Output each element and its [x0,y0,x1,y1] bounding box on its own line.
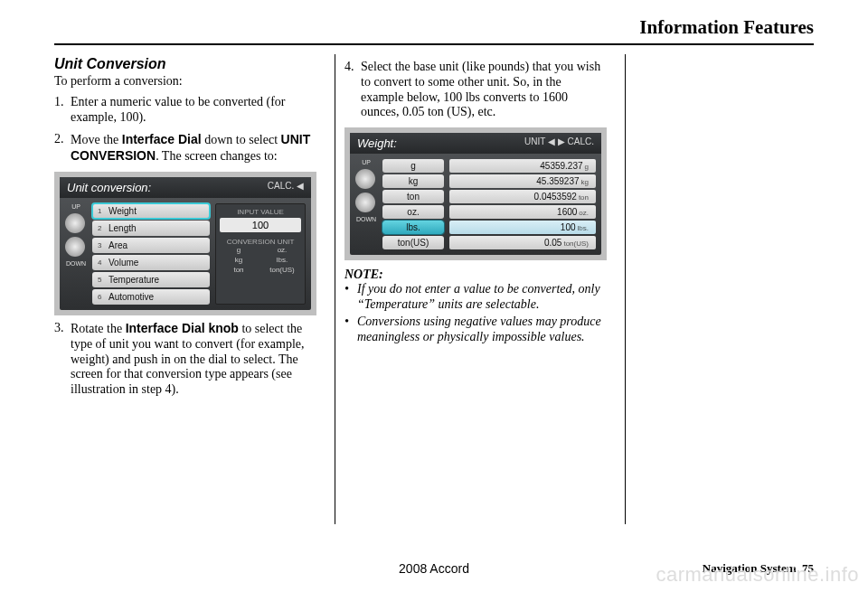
screen-titlebar: Weight: UNIT ◀ ▶ CALC. [350,133,601,154]
menu-label: Automotive [108,292,154,302]
note-list: •If you do not enter a value to be conve… [344,282,607,344]
menu-label: Area [108,240,127,250]
menu-idx: 1 [98,207,105,215]
dial-control: UP DOWN [65,203,87,305]
step-text: Rotate the Interface Dial knob to select… [71,321,316,398]
step-text: Select the base unit (like pounds) that … [361,60,607,120]
dial-down-label: DOWN [355,216,377,222]
unit-ton: ton [382,190,444,203]
menu-idx: 2 [98,224,105,232]
screen-tab-unit-calc: UNIT ◀ ▶ CALC. [524,136,594,150]
dial-control: UP DOWN [355,159,377,249]
dial-down-label: DOWN [65,260,87,267]
screen-title: Unit conversion: [67,181,151,194]
section-subhead: Unit Conversion [54,56,316,72]
result-oz: 1600oz. [449,205,596,219]
note-text: Conversions using negative values may pr… [357,315,607,345]
footer-page: Navigation System 75 [703,561,814,576]
menu-idx: 3 [98,241,105,249]
step-fragment: down to select [202,133,281,146]
result-val: 45.359237 [536,176,579,186]
step-number: 3. [54,321,71,398]
result-unit: g [585,163,589,171]
screenshot-unit-conversion: Unit conversion: CALC. ◀ UP DOWN 1Weight [54,172,316,315]
page-footer: 2008 Accord Navigation System 75 [54,561,814,576]
dial-up-icon [65,213,85,233]
menu-label: Length [108,223,137,233]
step-bold: Interface Dial knob [126,321,239,335]
input-panel: INPUT VALUE 100 CONVERSION UNIT g oz. kg… [215,203,306,305]
result-lbs: 100lbs. [449,221,596,234]
footer-page-number: 75 [802,561,814,575]
result-unit: kg [581,178,589,186]
content-columns: Unit Conversion To perform a conversion:… [54,54,624,533]
menu-idx: 4 [98,258,105,267]
menu-label: Temperature [108,275,159,285]
conv-unit: ton [220,266,258,274]
bullet-icon: • [344,315,357,345]
result-val: 0.0453592 [534,192,577,202]
menu-item-volume: 4Volume [92,255,210,270]
step-number: 1. [54,95,71,126]
unit-kg: kg [382,174,444,188]
column-middle: 4. Select the base unit (like pounds) th… [344,54,616,533]
conv-unit: lbs. [263,256,301,264]
menu-item-length: 2Length [92,221,210,236]
dial-down-icon [355,193,375,212]
result-val: 1600 [557,207,577,217]
step-3: 3. Rotate the Interface Dial knob to sel… [54,321,316,398]
result-g: 45359.237g [449,159,596,173]
step-2: 2. Move the Interface Dial down to selec… [54,132,316,164]
unit-ton-us: ton(US) [382,236,444,249]
column-separator [625,54,626,524]
step-fragment: . The screen changes to: [156,149,278,163]
column-separator [335,54,335,524]
step-list-left: 1. Enter a numeric value to be converted… [54,95,316,164]
menu-idx: 6 [98,293,105,301]
menu-item-weight: 1Weight [92,203,210,219]
step-4: 4. Select the base unit (like pounds) th… [344,60,607,120]
dial-up-label: UP [65,203,87,210]
step-bold: Interface Dial [122,132,202,146]
unit-type-menu: 1Weight 2Length 3Area 4Volume 5Temperatu… [92,203,210,305]
unit-select-list: g kg ton oz. lbs. ton(US) [382,159,444,249]
dial-up-label: UP [355,159,377,165]
column-left: Unit Conversion To perform a conversion:… [54,54,326,533]
step-1: 1. Enter a numeric value to be converted… [54,95,316,126]
page-title: Information Features [639,16,814,39]
result-unit: ton(US) [563,240,589,248]
note-heading: NOTE: [344,268,607,282]
result-ton: 0.0453592ton [449,190,596,203]
unit-oz: oz. [382,205,444,219]
bullet-icon: • [344,282,357,313]
screen-title: Weight: [357,136,397,150]
note-item: •If you do not enter a value to be conve… [344,282,607,313]
footer-model: 2008 Accord [399,561,469,576]
manual-page: Information Features Unit Conversion To … [0,0,868,592]
note-text: If you do not enter a value to be conver… [357,282,607,313]
note-item: •Conversions using negative values may p… [344,315,607,345]
result-unit: ton [579,193,589,202]
conv-unit-grid: g oz. kg lbs. ton ton(US) [220,246,301,274]
screenshot-weight: Weight: UNIT ◀ ▶ CALC. UP DOWN g k [344,127,607,260]
step-fragment: Move the [71,133,122,146]
header-rule [54,43,814,45]
conv-unit: ton(US) [263,266,301,274]
input-value-label: INPUT VALUE [220,208,301,216]
result-kg: 45.359237kg [449,174,596,188]
dial-up-icon [355,169,375,189]
menu-item-automotive: 6Automotive [92,289,210,305]
footer-section: Navigation System [703,561,797,575]
result-list: 45359.237g 45.359237kg 0.0453592ton 1600… [449,159,596,249]
input-value: 100 [220,218,301,232]
step-list-left-2: 3. Rotate the Interface Dial knob to sel… [54,321,316,398]
result-unit: lbs. [578,224,589,232]
unit-g: g [382,159,444,173]
result-val: 0.05 [544,238,561,248]
dial-down-icon [65,237,85,257]
step-number: 4. [344,60,361,120]
result-val: 45359.237 [540,161,582,171]
step-number: 2. [54,132,71,164]
result-val: 100 [561,222,576,232]
conv-unit: oz. [263,246,301,254]
